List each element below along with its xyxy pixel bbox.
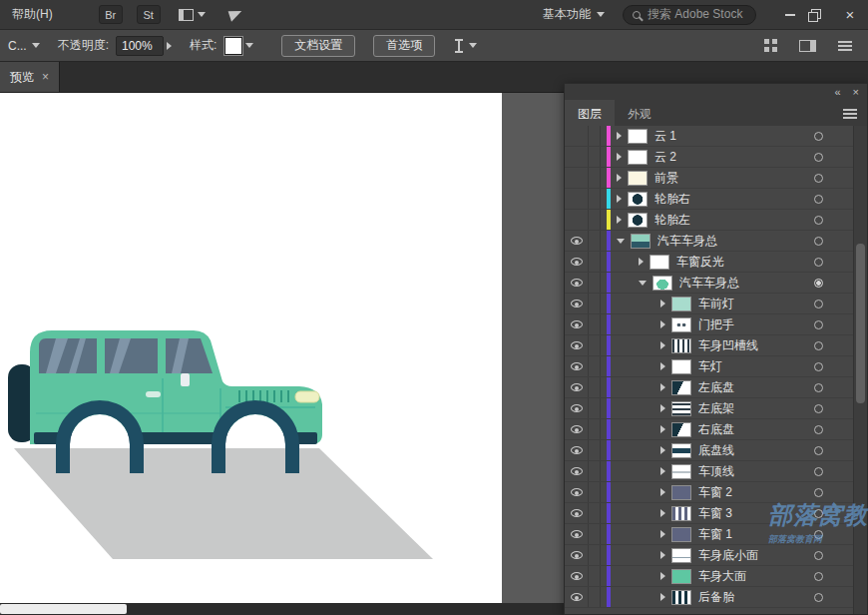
restore-button[interactable] — [802, 1, 826, 29]
expand-arrow[interactable] — [660, 425, 665, 433]
lock-cell[interactable] — [589, 231, 601, 251]
expand-arrow[interactable] — [617, 153, 622, 161]
panel-close-icon[interactable]: × — [853, 85, 859, 99]
stock-button[interactable]: St — [137, 5, 161, 24]
target-circle[interactable] — [814, 153, 823, 162]
expand-arrow[interactable] — [660, 383, 665, 391]
style-dropdown-chevron[interactable] — [245, 43, 253, 48]
lock-cell[interactable] — [589, 482, 601, 502]
target-circle[interactable] — [814, 404, 823, 413]
lock-cell[interactable] — [589, 419, 601, 439]
target-circle[interactable] — [814, 174, 823, 183]
panel-scrollbar[interactable] — [853, 126, 867, 614]
expand-arrow[interactable] — [639, 281, 647, 286]
layer-row[interactable]: 车身大面 — [565, 566, 867, 587]
expand-arrow[interactable] — [660, 320, 665, 328]
expand-arrow[interactable] — [660, 572, 665, 580]
layer-row[interactable]: 汽车车身总 — [565, 273, 867, 294]
target-circle[interactable] — [814, 530, 823, 539]
expand-arrow[interactable] — [617, 239, 625, 244]
expand-arrow[interactable] — [660, 362, 665, 370]
minimize-button[interactable] — [778, 1, 802, 29]
layer-row[interactable]: 左底架 — [565, 398, 867, 419]
target-circle[interactable] — [814, 488, 823, 497]
style-swatch[interactable] — [224, 37, 242, 55]
horizontal-scrollbar-thumb[interactable] — [0, 604, 127, 614]
visibility-toggle[interactable] — [565, 189, 589, 209]
layer-row[interactable]: 车身凹槽线 — [565, 335, 867, 356]
panel-scrollbar-thumb[interactable] — [856, 244, 865, 403]
target-circle[interactable] — [814, 216, 823, 225]
visibility-toggle[interactable] — [565, 231, 589, 251]
target-circle[interactable] — [814, 593, 823, 602]
visibility-toggle[interactable] — [565, 273, 589, 293]
visibility-toggle[interactable] — [565, 252, 589, 272]
visibility-toggle[interactable] — [565, 566, 589, 586]
lock-cell[interactable] — [589, 356, 601, 376]
target-circle[interactable] — [814, 300, 823, 308]
target-circle[interactable] — [814, 237, 823, 246]
layer-row[interactable]: 右底盘 — [565, 419, 867, 440]
workspace-switcher[interactable]: 基本功能 — [543, 6, 605, 23]
lock-cell[interactable] — [589, 524, 601, 544]
close-button[interactable]: × — [838, 1, 862, 29]
layer-row[interactable]: 车前灯 — [565, 294, 867, 314]
target-circle[interactable] — [814, 258, 823, 267]
target-circle[interactable] — [814, 132, 823, 141]
visibility-toggle[interactable] — [565, 210, 589, 230]
tab-close-icon[interactable]: × — [42, 70, 49, 84]
expand-arrow[interactable] — [660, 530, 665, 538]
visibility-toggle[interactable] — [565, 294, 589, 313]
target-circle[interactable] — [814, 279, 823, 288]
lock-cell[interactable] — [589, 252, 601, 272]
bridge-button[interactable]: Br — [99, 5, 123, 24]
artboard-canvas[interactable] — [0, 93, 502, 603]
visibility-toggle[interactable] — [565, 356, 589, 376]
menu-icon[interactable] — [838, 41, 852, 51]
visibility-toggle[interactable] — [565, 419, 589, 439]
expand-arrow[interactable] — [660, 593, 665, 601]
expand-arrow[interactable] — [617, 174, 622, 182]
stock-search-input[interactable]: 搜索 Adobe Stock — [623, 5, 756, 25]
arrange-documents-dropdown[interactable] — [179, 9, 206, 21]
lock-cell[interactable] — [589, 503, 601, 523]
lock-cell[interactable] — [589, 294, 601, 313]
lock-cell[interactable] — [589, 398, 601, 418]
target-circle[interactable] — [814, 467, 823, 476]
lock-cell[interactable] — [589, 335, 601, 355]
panel-columns-icon[interactable] — [799, 40, 816, 52]
target-circle[interactable] — [814, 195, 823, 204]
layer-row[interactable]: 汽车车身总 — [565, 231, 867, 252]
text-options-dropdown[interactable] — [453, 39, 477, 53]
target-circle[interactable] — [814, 341, 823, 350]
expand-arrow[interactable] — [660, 509, 665, 517]
layer-row[interactable]: 前景 — [565, 168, 867, 189]
lock-cell[interactable] — [589, 273, 601, 293]
lock-cell[interactable] — [589, 168, 601, 188]
expand-arrow[interactable] — [660, 467, 665, 475]
lock-cell[interactable] — [589, 461, 601, 481]
target-circle[interactable] — [814, 551, 823, 560]
layer-row[interactable]: 车窗 1 — [565, 524, 867, 545]
visibility-toggle[interactable] — [565, 335, 589, 355]
expand-arrow[interactable] — [639, 258, 644, 266]
grid-icon[interactable] — [764, 39, 769, 44]
lock-cell[interactable] — [589, 440, 601, 460]
target-circle[interactable] — [814, 446, 823, 455]
collapse-panel-icon[interactable]: « — [834, 85, 840, 99]
lock-cell[interactable] — [589, 587, 601, 607]
layer-row[interactable]: 车灯 — [565, 356, 867, 377]
panel-menu-icon[interactable] — [843, 109, 857, 119]
visibility-toggle[interactable] — [565, 503, 589, 523]
lock-cell[interactable] — [589, 147, 601, 167]
opacity-input[interactable]: 100% — [116, 36, 164, 56]
visibility-toggle[interactable] — [565, 587, 589, 607]
layer-row[interactable]: 车身底小面 — [565, 545, 867, 566]
expand-arrow[interactable] — [660, 404, 665, 412]
expand-arrow[interactable] — [617, 132, 622, 140]
target-circle[interactable] — [814, 509, 823, 518]
visibility-toggle[interactable] — [565, 398, 589, 418]
lock-cell[interactable] — [589, 545, 601, 565]
layer-row[interactable]: 云 1 — [565, 126, 867, 147]
target-circle[interactable] — [814, 383, 823, 392]
